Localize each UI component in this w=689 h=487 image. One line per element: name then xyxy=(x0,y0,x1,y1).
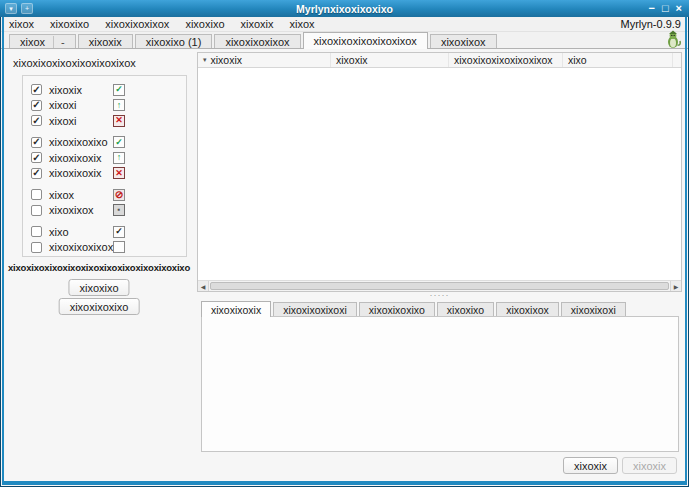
filter-row[interactable]: xixox xyxy=(31,187,178,203)
titlebar[interactable]: ▾ + Myrlynxixoxixoxixo − □ × xyxy=(0,0,689,17)
filter-label: xixoxixoxixoxi xyxy=(49,241,116,253)
status-protected-icon xyxy=(113,204,125,216)
main-tabstrip: xixox - xixoxix xixoxixo (1) xixoxixoxix… xyxy=(1,32,688,49)
checkbox[interactable] xyxy=(31,189,42,200)
table-header-col3[interactable]: xixo xyxy=(563,53,673,67)
maximize-button[interactable]: □ xyxy=(662,1,669,16)
filter-row[interactable]: xixoxixoxixo xyxy=(31,135,178,151)
detail-tab-0-active[interactable]: xixoxixoxix xyxy=(201,301,271,317)
detail-pane-empty xyxy=(201,316,679,452)
table-header-row: ▾ xixoxix xixoxix xixoxixoxixoxixoxixox … xyxy=(198,53,681,68)
checkbox[interactable] xyxy=(31,84,42,95)
filter-label: xixoxi xyxy=(49,115,77,127)
scroll-left-arrow-icon[interactable]: ◀ xyxy=(198,281,209,291)
detail-tab-5[interactable]: xixoxixoxi xyxy=(561,302,626,316)
app-window: ▾ + Myrlynxixoxixoxixo − □ × xixox xixox… xyxy=(0,0,689,487)
checkbox[interactable] xyxy=(31,115,42,126)
sort-indicator-icon: ▾ xyxy=(203,56,207,64)
col1-label: xixoxix xyxy=(336,54,368,66)
accept-button-disabled: xixoxix xyxy=(622,457,677,474)
apply-button[interactable]: xixoxix xyxy=(563,457,618,474)
filter-label: xixo xyxy=(49,226,69,238)
window-menu-icon[interactable]: ▾ xyxy=(5,3,17,14)
reset-filters-button[interactable]: xixoxixoxixo xyxy=(59,298,140,315)
filter-row[interactable]: xixoxixoxix xyxy=(31,150,178,166)
status-taboo-icon xyxy=(113,189,125,201)
filter-label: xixoxixoxix xyxy=(49,167,102,179)
detail-tab-3[interactable]: xixoxixo xyxy=(437,302,494,316)
filter-row[interactable]: xixoxi xyxy=(31,113,178,129)
filter-row[interactable]: xixoxixoxixoxi xyxy=(31,240,178,256)
menu-item-2[interactable]: xixoxixoxixox xyxy=(97,18,177,30)
filter-label: xixoxi xyxy=(49,99,77,111)
splitter-handle[interactable]: ····· xyxy=(197,293,682,299)
main-tab-2[interactable]: xixoxixo (1) xyxy=(135,34,213,48)
checkbox[interactable] xyxy=(31,137,42,148)
detail-tab-2[interactable]: xixoxixoxixo xyxy=(359,302,435,316)
status-install-icon xyxy=(113,84,125,96)
checkbox[interactable] xyxy=(31,100,42,111)
menu-item-0[interactable]: xixox xyxy=(1,18,42,30)
filter-label: xixoxixoxixo xyxy=(49,136,108,148)
status-autoinstall-icon xyxy=(113,136,125,148)
col2-label: xixoxixoxixoxixoxixox xyxy=(454,54,553,66)
checkbox[interactable] xyxy=(31,226,42,237)
filters-panel: xixoxixoxixoxixoxixoxixox xixoxix xixoxi… xyxy=(9,57,189,69)
main-tab-5[interactable]: xixoxixox xyxy=(430,34,497,48)
menu-item-3[interactable]: xixoxixo xyxy=(177,18,232,30)
pin-icon[interactable]: + xyxy=(21,3,33,14)
status-autoupdate-icon xyxy=(113,152,125,164)
table-header-col2[interactable]: xixoxixoxixoxixoxixox xyxy=(449,53,563,67)
footer-actions: xixoxix xixoxix xyxy=(563,457,677,474)
close-button[interactable]: × xyxy=(676,1,682,16)
menu-item-5[interactable]: xixox xyxy=(282,18,323,30)
filters-panel-title: xixoxixoxixoxixoxixoxixox xyxy=(9,57,189,69)
minimize-button[interactable]: − xyxy=(648,1,654,16)
status-update-icon xyxy=(113,99,125,111)
checkbox[interactable] xyxy=(31,205,42,216)
checkbox[interactable] xyxy=(31,242,42,253)
window-title: Myrlynxixoxixoxixo xyxy=(0,3,689,15)
filter-label: xixox xyxy=(49,189,74,201)
detail-tab-1[interactable]: xixoxixoxixoxi xyxy=(273,302,357,316)
status-unmodified-icon xyxy=(113,241,125,253)
main-tab-3[interactable]: xixoxixoxixox xyxy=(214,34,300,48)
detail-tabstrip: xixoxixoxix xixoxixoxixoxi xixoxixoxixo … xyxy=(201,300,628,316)
main-tab-0[interactable]: xixox - xyxy=(9,34,76,48)
filter-row[interactable]: xixoxix xyxy=(31,82,178,98)
filter-label: xixoxixox xyxy=(49,204,94,216)
checkbox[interactable] xyxy=(31,168,42,179)
col3-label: xixo xyxy=(568,54,587,66)
status-remove-icon xyxy=(113,115,125,127)
table-header-col0[interactable]: ▾ xixoxix xyxy=(198,53,331,67)
col0-label: xixoxix xyxy=(211,54,243,66)
filter-label: xixoxix xyxy=(49,84,82,96)
scroll-right-arrow-icon[interactable]: ▶ xyxy=(670,281,681,291)
main-tab-4-active[interactable]: xixoxixoxixoxixoxixox xyxy=(303,32,428,49)
filters-footnote: xixoxixoxixoxixoxixoxixoxixoxixoxixoxixo xyxy=(5,262,193,273)
table-body-empty[interactable] xyxy=(198,68,681,280)
refresh-list-button[interactable]: xixoxixo xyxy=(68,279,129,296)
menubar: xixox xixoxixo xixoxixoxixox xixoxixo xi… xyxy=(1,17,688,32)
menu-item-4[interactable]: xixoxix xyxy=(233,18,282,30)
filters-groupbox: xixoxix xixoxi xixoxi xixoxixoxixo xyxy=(22,75,187,257)
content-area: xixoxixoxixoxixoxixoxixox xixoxix xixoxi… xyxy=(1,49,688,481)
myrlyn-mascot-icon xyxy=(663,29,683,49)
detail-tab-4[interactable]: xixoxixox xyxy=(496,302,559,316)
filter-row[interactable]: xixoxixox xyxy=(31,203,178,219)
filter-label: xixoxixoxix xyxy=(49,152,102,164)
main-tab-1[interactable]: xixoxix xyxy=(78,34,133,48)
menu-item-1[interactable]: xixoxixo xyxy=(42,18,97,30)
filter-row[interactable]: xixoxixoxix xyxy=(31,166,178,182)
main-tab-0-label: xixox xyxy=(20,36,45,48)
package-table: ▾ xixoxix xixoxix xixoxixoxixoxixoxixox … xyxy=(197,52,682,292)
status-autoremove-icon xyxy=(113,167,125,179)
filter-row[interactable]: xixo xyxy=(31,224,178,240)
scrollbar-thumb[interactable] xyxy=(210,282,669,290)
table-header-col1[interactable]: xixoxix xyxy=(331,53,449,67)
filter-row[interactable]: xixoxi xyxy=(31,98,178,114)
table-header-spacer xyxy=(673,53,683,67)
checkbox[interactable] xyxy=(31,152,42,163)
status-keep-icon xyxy=(113,226,125,238)
main-tab-0-detach-button[interactable]: - xyxy=(53,36,65,48)
